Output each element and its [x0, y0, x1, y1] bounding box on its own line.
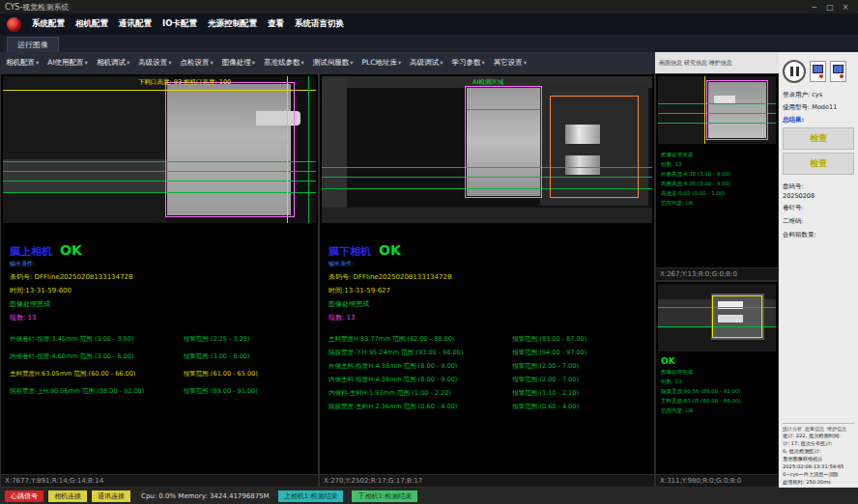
pause-icon: [796, 67, 799, 76]
ai-region-label: AI检测区域: [472, 78, 503, 87]
toolbar-item-camera-debug[interactable]: 相机调试▾: [97, 58, 129, 68]
image-background: [3, 76, 167, 223]
output-condition-label: 输出条件:: [329, 260, 645, 268]
menu-item-camera-config[interactable]: 相机配置: [75, 18, 108, 30]
camera-title: 膜下相机: [329, 245, 371, 258]
field-pan-code-value[interactable]: 20250208: [783, 192, 854, 200]
login-user-row: 登录用户: cys: [783, 91, 854, 99]
chevron-down-icon: ▾: [398, 59, 401, 67]
chevron-down-icon: ▾: [524, 59, 527, 67]
menu-item-light-config[interactable]: 光源控制配置: [208, 18, 257, 30]
aux-result-text-bottom: OK 图像处理完成 组数: 13 隔膜宽度:90.56 (88.00 - 92.…: [656, 353, 778, 475]
chevron-down-icon: ▾: [300, 59, 303, 67]
app-window: CYS-视觉检测系统 ─ □ × 系统配置 相机配置 通讯配置 IO卡配置 光源…: [0, 0, 858, 504]
stats-line: 显示图像联络机分: [783, 457, 854, 462]
tab-run-image[interactable]: 运行图像: [7, 37, 59, 52]
info-strip: 画面信息 研究信息 维护信息: [655, 52, 779, 73]
measurement-text: 隔膜宽度-下H:95.24mm 范围:(93.00 - 98.00): [329, 349, 512, 357]
stats-tab-analysis[interactable]: 统计分析: [783, 426, 802, 432]
alarm-range-text: 报警范围:(2.00 - 7.00): [512, 362, 645, 371]
maximize-button[interactable]: □: [822, 3, 838, 12]
roi-box: [706, 80, 768, 140]
group-count-text: 组数: 13: [329, 313, 645, 322]
roi-box: [712, 295, 762, 338]
menu-item-system-config[interactable]: 系统配置: [32, 18, 65, 30]
menu-item-comm-config[interactable]: 通讯配置: [119, 18, 152, 30]
aux-line: 内侧高度:4.36 (3.00 - 9.00): [661, 181, 773, 187]
stats-tab-batch[interactable]: 批量信息: [805, 426, 824, 432]
toolbar-item-camera-config[interactable]: 相机配置▾: [6, 58, 39, 68]
measurement-text: 主料宽度H:83.77mm 范围:(82.00 - 88.00): [329, 335, 512, 344]
menu-item-view[interactable]: 查看: [268, 18, 284, 30]
aux-camera-image-bottom[interactable]: [658, 284, 776, 351]
side-panel: 登录用户: cys 使用型号: Mode11 总结果: 检查 检查 盘码号: 2…: [779, 52, 858, 488]
menu-item-io-config[interactable]: IO卡配置: [162, 18, 197, 30]
chevron-down-icon: ▾: [85, 59, 88, 67]
alarm-range-text: 报警范围:(61.00 - 65.00): [184, 370, 309, 378]
toolbar-item-baseline-params[interactable]: 基准线参数▾: [264, 58, 304, 68]
pixel-coordinates: X:267;Y:13;R:0;G:0;B:0: [656, 267, 778, 280]
alarm-range-text: 报警范围:(94.00 - 97.00): [512, 349, 645, 357]
toolbar-item-image-process[interactable]: 图像处理▾: [222, 58, 255, 68]
stats-line: 处理耗时: 250.00ms: [783, 480, 854, 486]
status-bar: 心跳信号 相机连接 通讯连接 Cpu: 0.0% Memory: 3424.41…: [0, 488, 858, 504]
camera-snapshot-button-1[interactable]: [810, 61, 826, 82]
model-select[interactable]: Mode11: [812, 103, 837, 111]
chevron-down-icon: ▾: [210, 59, 213, 67]
chevron-down-icon: ▾: [168, 59, 171, 67]
close-button[interactable]: ×: [838, 3, 853, 12]
record-dot-icon: [840, 74, 844, 78]
stats-line: 计: 17, 批次分布统计:: [783, 441, 854, 447]
measurement-row: 主料宽度H:83.77mm 范围:(82.00 - 88.00)报警范围:(83…: [329, 335, 645, 344]
time-text: 时间:13-31-59-600: [10, 286, 309, 295]
toolbar-item-test-servo[interactable]: 测试伺服数▾: [313, 58, 354, 68]
measurement-text: 隔膜宽度-上H:90.56mm 范围:(88.00 - 92.00): [10, 387, 184, 396]
aux-line: 主料宽度:63.05 (60.00 - 66.00): [661, 398, 773, 405]
chevron-down-icon: ▾: [481, 59, 484, 67]
roi-box: [465, 86, 542, 198]
measurement-text: 内侧卷针-指蕾:4.60mm 范围:(3.00 - 6.00): [10, 352, 184, 361]
minimize-button[interactable]: ─: [807, 3, 822, 12]
toolbar-item-advanced-debug[interactable]: 高级调试▾: [410, 58, 443, 68]
field-pan-code-label: 盘码号:: [783, 182, 854, 191]
lower-camera-image[interactable]: AI检测区域: [322, 76, 652, 223]
total-result-label: 总结果:: [783, 116, 854, 125]
aux-camera-image-top[interactable]: [658, 76, 776, 144]
title-bar: CYS-视觉检测系统 ─ □ ×: [0, 0, 858, 14]
aux-camera-view-top: 图像处理完成 组数: 13 外侧高度:4.38 (3.00 - 9.00) 内侧…: [655, 73, 779, 281]
aux-line: 图像处理完成: [661, 369, 773, 376]
total-result-box-2: 检查: [783, 153, 854, 175]
toolbar-item-spot-check[interactable]: 点检设置▾: [180, 58, 213, 68]
upper-camera-status: 上相机1:检测结束: [278, 490, 344, 502]
chevron-down-icon: ▾: [36, 59, 39, 67]
alarm-range-text: 报警范围:(2.00 - 7.00): [512, 376, 645, 384]
alarm-range-text: 报警范围:(83.00 - 87.00): [512, 335, 645, 344]
pause-button[interactable]: [783, 60, 806, 83]
roi-box: [165, 82, 295, 217]
lower-camera-status: 下相机1:检测结束: [352, 490, 417, 502]
camera-title: 膜上相机: [10, 245, 52, 258]
toolbar-item-other-settings[interactable]: 其它设置▾: [494, 58, 527, 68]
field-qr-code-label: 二维码:: [783, 217, 854, 226]
time-text: 时间:13-31-59-627: [329, 286, 645, 295]
toolbar-item-plc-address[interactable]: PLC地址库▾: [361, 58, 401, 68]
menu-item-language-switch[interactable]: 系统语言切换: [295, 18, 344, 30]
toolbar-item-learn-params[interactable]: 学习参数▾: [451, 58, 484, 68]
stats-tab-maintenance[interactable]: 维护信息: [827, 426, 846, 432]
aux-line: 范围判定: OK: [661, 407, 773, 414]
measurement-row: 内侧卷针-指蕾:4.60mm 范围:(3.00 - 6.00)报警范围:(3.0…: [10, 352, 309, 361]
toolbar-item-ai-config[interactable]: AI使用配置▾: [47, 58, 88, 68]
measurement-text: 主料宽度H:63.05mm 范围:(60.00 - 66.00): [10, 370, 184, 378]
upper-result-panel: 膜上相机 OK 输出条件: 条码号: DFFline20250208133134…: [1, 225, 318, 474]
measurement-row: 隔膜宽度-上H:90.56mm 范围:(88.00 - 92.00)报警范围:(…: [10, 387, 309, 396]
camera-snapshot-button-2[interactable]: [830, 61, 846, 82]
aux-line: 隔膜宽度:90.56 (88.00 - 92.00): [661, 388, 773, 395]
aux-line: 组数: 13: [661, 161, 773, 168]
chevron-down-icon: ▾: [350, 59, 353, 67]
alarm-range-text: 报警范围:(2.25 - 3.25): [184, 335, 309, 344]
output-condition-label: 输出条件:: [10, 260, 309, 268]
toolbar-item-advanced-settings[interactable]: 高级设置▾: [138, 58, 171, 68]
aux-line: 组数: 13: [661, 378, 773, 385]
upper-camera-image[interactable]: 下料口高度: 93 相机口高度: 100: [3, 76, 316, 223]
barcode-text: 条码号: DFFline2025020813313472B: [329, 272, 645, 282]
